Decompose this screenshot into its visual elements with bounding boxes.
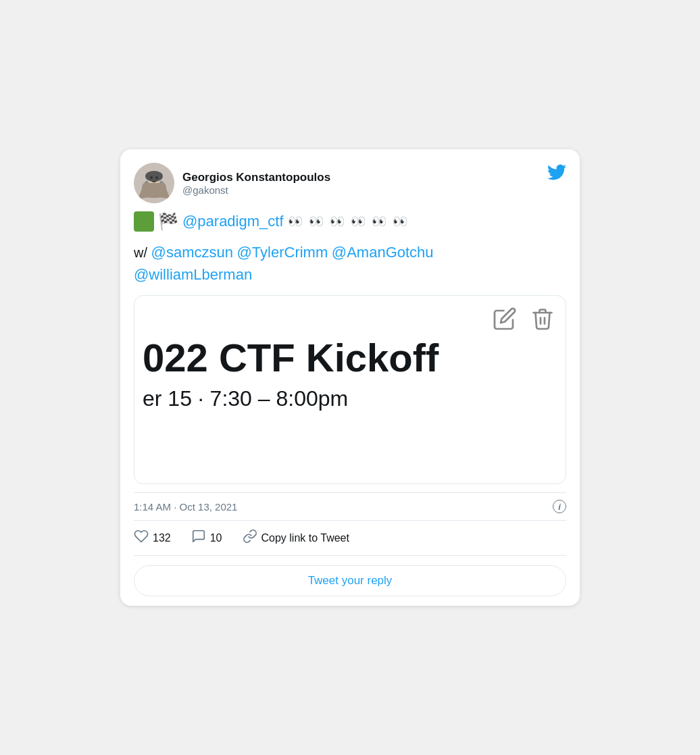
timestamp-text: 1:14 AM · Oct 13, 2021: [134, 501, 237, 513]
twitter-bird-icon: [547, 163, 566, 186]
replies-count: 10: [210, 532, 222, 544]
event-card-actions: [493, 307, 555, 334]
tweet-body: 🏁 @paradigm_ctf 👀 👀 👀 👀 👀 👀 w/ @samczsun…: [134, 211, 566, 484]
avatar[interactable]: [134, 163, 174, 203]
user-info: Georgios Konstantopoulos @gakonst: [182, 171, 330, 196]
edit-icon[interactable]: [493, 307, 517, 334]
heart-icon: [134, 529, 149, 547]
green-square-emoji: [134, 211, 154, 232]
tweet-card: Georgios Konstantopoulos @gakonst 🏁 @par…: [120, 149, 580, 606]
display-name: Georgios Konstantopoulos: [182, 171, 330, 184]
trash-icon[interactable]: [530, 307, 555, 334]
mention-samczsun[interactable]: @samczsun: [151, 244, 233, 261]
svg-point-5: [155, 176, 158, 179]
event-card: 022 CTF Kickoff er 15 · 7:30 – 8:00pm: [134, 295, 566, 484]
replies-action[interactable]: 10: [191, 529, 222, 547]
username: @gakonst: [182, 184, 330, 196]
tweet-actions: 132 10 Copy link to Tweet: [134, 520, 566, 556]
event-title: 022 CTF Kickoff: [143, 336, 552, 380]
reply-box: Tweet your reply: [134, 556, 566, 606]
svg-point-4: [150, 176, 153, 179]
reply-button[interactable]: Tweet your reply: [134, 565, 566, 596]
mention-amangotchu[interactable]: @AmanGotchu: [332, 244, 434, 261]
link-icon: [243, 529, 257, 547]
tweet-timestamp: 1:14 AM · Oct 13, 2021 i: [134, 492, 566, 520]
svg-point-3: [145, 171, 163, 182]
likes-action[interactable]: 132: [134, 529, 171, 547]
copy-link-text: Copy link to Tweet: [261, 532, 349, 544]
checkered-flag-emoji: 🏁: [158, 212, 178, 231]
tweet-header-left: Georgios Konstantopoulos @gakonst: [134, 163, 330, 203]
paradigm-ctf-mention[interactable]: @paradigm_ctf: [182, 213, 284, 230]
eyes-emoji: 👀 👀 👀 👀 👀 👀: [288, 214, 409, 229]
with-label: w/: [134, 245, 151, 260]
comment-icon: [191, 529, 206, 547]
info-icon[interactable]: i: [553, 500, 566, 513]
mention-tylercrimm[interactable]: @TylerCrimm: [237, 244, 328, 261]
tweet-emojis-line: 🏁 @paradigm_ctf 👀 👀 👀 👀 👀 👀: [134, 211, 566, 232]
likes-count: 132: [153, 532, 171, 544]
copy-link-action[interactable]: Copy link to Tweet: [243, 529, 349, 547]
event-datetime: er 15 · 7:30 – 8:00pm: [143, 386, 552, 411]
tweet-text: w/ @samczsun @TylerCrimm @AmanGotchu @wi…: [134, 241, 566, 286]
tweet-header: Georgios Konstantopoulos @gakonst: [134, 163, 566, 203]
mention-williamlberman[interactable]: @williamLberman: [134, 266, 252, 283]
